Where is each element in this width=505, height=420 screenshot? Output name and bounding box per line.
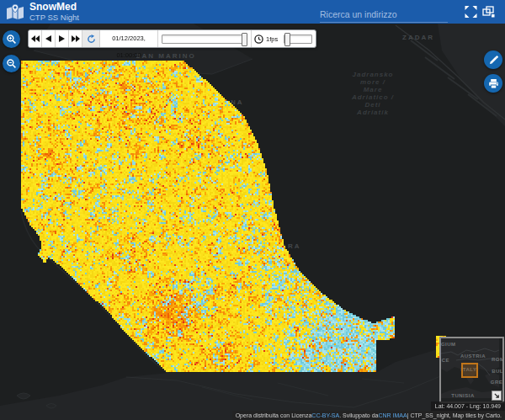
magnifier-plus-icon	[6, 34, 17, 45]
minimap-country-label: ROMANIA	[492, 357, 504, 362]
time-slider[interactable]	[158, 30, 251, 47]
snow-data-overlay-layer[interactable]	[0, 0, 505, 420]
refresh-button[interactable]	[82, 30, 100, 47]
minimap-country-label: AUSTRIA	[460, 354, 486, 359]
fps-slider-handle[interactable]	[284, 33, 290, 46]
time-toolbar: 01/12/2023, 01:00:00 1fps	[28, 29, 316, 48]
time-slider-handle[interactable]	[242, 33, 247, 46]
zoom-out-button[interactable]	[3, 55, 20, 72]
app-logo-map-pin-icon	[6, 3, 24, 21]
current-datetime-display: 01/12/2023, 01:00:00	[100, 30, 158, 47]
attribution-text: Opera distribuita con Licenza	[236, 412, 312, 418]
minimap-country-label: GREECE	[491, 380, 504, 385]
app-header: SnowMed CTP SS Night Ricerca un indirizz…	[0, 0, 505, 24]
minimap-country-label: BELGIUM	[439, 342, 456, 347]
cursor-coordinates-readout: Lat: 44.007 - Lng: 10.949	[431, 401, 505, 411]
app-subtitle: CTP SS Night	[29, 13, 79, 22]
minimap-toggle-button[interactable]	[492, 391, 502, 401]
draw-button[interactable]	[484, 51, 502, 69]
org-link[interactable]: CNR IMAA	[378, 412, 407, 418]
address-search-input[interactable]: Ricerca un indirizzo	[320, 4, 448, 23]
time-slider-track[interactable]	[162, 35, 247, 44]
attribution-text: . Sviluppato da	[339, 412, 378, 418]
app-title: SnowMed	[29, 2, 79, 12]
zoom-in-button[interactable]	[3, 30, 20, 48]
printer-icon	[488, 78, 499, 89]
skip-forward-button[interactable]	[69, 30, 82, 47]
magnifier-minus-icon	[6, 58, 17, 69]
play-button[interactable]	[56, 30, 69, 47]
skip-back-button[interactable]	[29, 30, 42, 47]
print-button[interactable]	[484, 74, 502, 93]
map-attribution: Opera distribuita con Licenza CC-BY-SA .…	[232, 411, 505, 420]
minimap-country-label: FRANCE	[439, 358, 449, 363]
minimap-viewport-rectangle[interactable]	[461, 363, 478, 378]
fps-slider[interactable]	[280, 30, 316, 47]
license-link[interactable]: CC-BY-SA	[311, 412, 339, 418]
fullscreen-icon[interactable]	[465, 6, 477, 18]
search-placeholder: Ricerca un indirizzo	[320, 9, 397, 19]
step-back-button[interactable]	[42, 30, 56, 47]
app-titles: SnowMed CTP SS Night	[29, 2, 79, 22]
minimap-country-label: TUNISIA	[451, 393, 475, 398]
pencil-icon	[488, 55, 499, 66]
collapse-arrow-icon	[494, 393, 500, 399]
compare-windows-icon[interactable]	[482, 6, 495, 18]
attribution-text: | CTP_SS_night, Map tiles by Carto.	[407, 412, 502, 418]
fps-label: 1fps	[266, 35, 278, 43]
clock-icon	[254, 35, 263, 44]
fps-control: 1fps	[251, 30, 280, 47]
minimap-country-label: BULGARIA	[492, 369, 504, 374]
overview-minimap[interactable]: BELGIUMFRANCEAUSTRIAROMANIAITALYBULGARIA…	[439, 337, 504, 403]
